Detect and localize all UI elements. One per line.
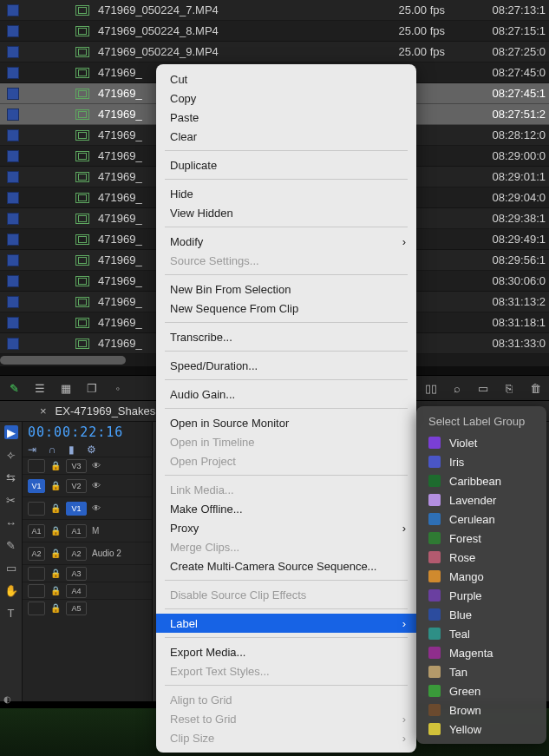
close-sequence-icon[interactable]: × (40, 404, 47, 417)
snap-icon[interactable]: ⇥ (28, 444, 36, 456)
lock-icon[interactable]: 🔒 (50, 526, 61, 536)
hand-tool-icon[interactable]: ✋ (4, 583, 18, 597)
eye-icon[interactable]: 👁 (92, 461, 104, 470)
menu-item-transcribe[interactable]: Transcribe... (156, 327, 416, 346)
razor-tool-icon[interactable]: ✂ (4, 493, 18, 507)
label-option-forest[interactable]: Forest (416, 529, 546, 548)
menu-item-copy[interactable]: Copy (156, 89, 416, 108)
lock-icon[interactable]: 🔒 (50, 461, 61, 470)
label-color-swatch[interactable] (7, 129, 19, 141)
icon-view-icon[interactable]: ▦ (59, 381, 73, 395)
mute-icon[interactable]: M (92, 526, 104, 536)
menu-item-new-sequence-from-clip[interactable]: New Sequence From Clip (156, 299, 416, 318)
label-color-swatch[interactable] (7, 67, 19, 79)
label-color-swatch[interactable] (7, 296, 19, 308)
menu-item-view-hidden[interactable]: View Hidden (156, 203, 416, 222)
menu-item-label[interactable]: Label› (156, 614, 416, 633)
tgt-a5[interactable]: A5 (66, 602, 87, 615)
label-option-mango[interactable]: Mango (416, 567, 546, 586)
pencil-icon[interactable]: ✎ (7, 381, 21, 395)
type-tool-icon[interactable]: T (4, 606, 18, 620)
label-color-swatch[interactable] (7, 150, 19, 162)
tgt-v3[interactable]: V3 (66, 459, 87, 473)
label-color-swatch[interactable] (7, 4, 19, 16)
lock-icon[interactable]: 🔒 (50, 549, 61, 558)
label-color-swatch[interactable] (7, 254, 19, 266)
project-row[interactable]: 471969_050224_9.MP425.00 fps08:27:25:0 (0, 42, 549, 62)
menu-item-duplicate[interactable]: Duplicate (156, 155, 416, 174)
tgt-a2[interactable]: A2 (66, 547, 87, 561)
menu-item-create-multi-camera-source-sequence[interactable]: Create Multi-Camera Source Sequence... (156, 556, 416, 575)
list-view-icon[interactable]: ☰ (33, 381, 47, 395)
track-header-a3[interactable]: 🔒 A3 (23, 564, 152, 582)
tgt-v2[interactable]: V2 (66, 479, 87, 493)
track-header-v3[interactable]: 🔒 V3 👁 (23, 457, 152, 474)
search-icon[interactable]: ⌕ (450, 381, 464, 395)
label-color-swatch[interactable] (7, 88, 19, 100)
lock-icon[interactable]: 🔒 (50, 603, 61, 613)
new-item-icon[interactable]: ⎘ (502, 381, 516, 395)
label-color-swatch[interactable] (7, 233, 19, 246)
menu-item-audio-gain[interactable]: Audio Gain... (156, 385, 416, 404)
src-patch-empty[interactable] (28, 459, 45, 473)
label-option-magenta[interactable]: Magenta (416, 643, 546, 662)
menu-item-modify[interactable]: Modify› (156, 232, 416, 251)
menu-item-proxy[interactable]: Proxy› (156, 518, 416, 537)
automate-icon[interactable]: ▯▯ (424, 381, 438, 395)
src-patch-v1[interactable]: V1 (28, 479, 45, 493)
label-option-blue[interactable]: Blue (416, 605, 546, 624)
track-select-tool-icon[interactable]: ⟣ (4, 448, 18, 462)
label-option-lavender[interactable]: Lavender (416, 490, 546, 509)
track-header-a5[interactable]: 🔒 A5 (23, 599, 152, 616)
project-row[interactable]: 471969_050224_7.MP425.00 fps08:27:13:1 (0, 0, 549, 21)
label-option-tan[interactable]: Tan (416, 662, 546, 681)
playhead-timecode[interactable]: 00:00:22:16 (28, 424, 147, 440)
tgt-v1[interactable]: V1 (66, 502, 87, 516)
settings-icon[interactable]: ⚙ (87, 444, 96, 456)
zoom-slider-dot[interactable]: ◦ (111, 381, 125, 395)
track-header-a4[interactable]: 🔒 A4 (23, 582, 152, 599)
label-option-caribbean[interactable]: Caribbean (416, 471, 546, 490)
linked-selection-icon[interactable]: ∩ (49, 444, 56, 456)
menu-item-paste[interactable]: Paste (156, 108, 416, 127)
slip-tool-icon[interactable]: ↔ (4, 516, 18, 529)
menu-item-new-bin-from-selection[interactable]: New Bin From Selection (156, 279, 416, 299)
label-color-swatch[interactable] (7, 25, 19, 37)
label-option-purple[interactable]: Purple (416, 586, 546, 605)
label-option-iris[interactable]: Iris (416, 452, 546, 471)
track-header-v1[interactable]: 🔒 V1 👁 (23, 496, 152, 519)
label-color-swatch[interactable] (7, 171, 19, 183)
lock-icon[interactable]: 🔒 (50, 569, 61, 578)
menu-item-hide[interactable]: Hide (156, 184, 416, 203)
label-option-violet[interactable]: Violet (416, 433, 546, 452)
project-row[interactable]: 471969_050224_8.MP425.00 fps08:27:15:1 (0, 21, 549, 42)
label-option-yellow[interactable]: Yellow (416, 720, 546, 739)
label-color-swatch[interactable] (7, 192, 19, 204)
track-header-v2[interactable]: V1 🔒 V2 👁 (23, 474, 152, 496)
src-patch-a2[interactable]: A2 (28, 547, 45, 561)
label-color-swatch[interactable] (7, 46, 19, 58)
ripple-tool-icon[interactable]: ⇆ (4, 470, 18, 484)
label-color-swatch[interactable] (7, 213, 19, 225)
eye-icon[interactable]: 👁 (92, 481, 104, 490)
menu-item-export-media[interactable]: Export Media... (156, 642, 416, 661)
label-color-swatch[interactable] (7, 317, 19, 329)
selection-tool-icon[interactable]: ▶ (4, 425, 18, 439)
track-header-a1[interactable]: A1 🔒 A1 M (23, 519, 152, 542)
menu-item-make-offline[interactable]: Make Offline... (156, 499, 416, 518)
label-color-swatch[interactable] (7, 108, 19, 121)
label-option-brown[interactable]: Brown (416, 700, 546, 720)
menu-item-clear[interactable]: Clear (156, 127, 416, 146)
tgt-a1[interactable]: A1 (66, 524, 87, 538)
rectangle-tool-icon[interactable]: ▭ (4, 561, 18, 575)
label-color-swatch[interactable] (7, 338, 19, 350)
track-header-a2[interactable]: A2 🔒 A2 Audio 2 (23, 542, 152, 564)
lock-icon[interactable]: 🔒 (50, 481, 61, 490)
menu-item-cut[interactable]: Cut (156, 69, 416, 89)
menu-item-speed-duration[interactable]: Speed/Duration... (156, 356, 416, 375)
new-bin-icon[interactable]: ▭ (476, 381, 490, 395)
src-patch-a1[interactable]: A1 (28, 524, 45, 538)
lock-icon[interactable]: 🔒 (50, 503, 61, 513)
pen-tool-icon[interactable]: ✎ (4, 538, 18, 552)
lock-icon[interactable]: 🔒 (50, 586, 61, 595)
